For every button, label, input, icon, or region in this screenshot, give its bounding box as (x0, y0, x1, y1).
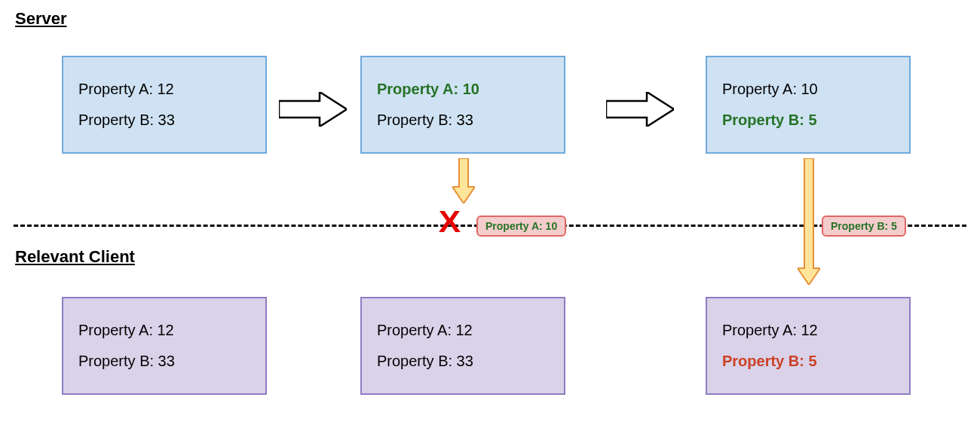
svg-marker-2 (452, 158, 475, 203)
client-2-prop-a: Property A: 12 (377, 322, 549, 339)
arrow-down-blocked (452, 158, 475, 203)
server-state-2: Property A: 10 Property B: 33 (360, 56, 565, 154)
server-state-3: Property A: 10 Property B: 5 (706, 56, 911, 154)
server-1-prop-b: Property B: 33 (78, 112, 250, 129)
message-blocked-badge: Property A: 10 (476, 215, 566, 237)
svg-marker-0 (279, 92, 347, 127)
client-1-prop-b: Property B: 33 (78, 353, 250, 370)
server-1-prop-a: Property A: 12 (78, 81, 250, 98)
server-state-1: Property A: 12 Property B: 33 (62, 56, 267, 154)
message-delivered-badge: Property B: 5 (822, 215, 906, 237)
client-2-prop-b: Property B: 33 (377, 353, 549, 370)
server-section-title: Server (15, 9, 67, 29)
client-state-1: Property A: 12 Property B: 33 (62, 297, 267, 395)
server-3-prop-a: Property A: 10 (722, 81, 894, 98)
arrow-server-2-to-3 (606, 92, 674, 127)
server-2-prop-a: Property A: 10 (377, 81, 549, 98)
client-section-title: Relevant Client (15, 247, 135, 267)
svg-marker-1 (606, 92, 674, 127)
client-3-prop-b: Property B: 5 (722, 353, 894, 370)
client-state-3: Property A: 12 Property B: 5 (706, 297, 911, 395)
client-state-2: Property A: 12 Property B: 33 (360, 297, 565, 395)
server-3-prop-b: Property B: 5 (722, 112, 894, 129)
blocked-x-icon: X (439, 205, 461, 239)
diagram-stage: Server Relevant Client Property A: 12 Pr… (0, 0, 980, 434)
svg-marker-3 (798, 158, 820, 285)
arrow-server-1-to-2 (279, 92, 347, 127)
arrow-down-delivered (798, 158, 820, 285)
client-3-prop-a: Property A: 12 (722, 322, 894, 339)
client-1-prop-a: Property A: 12 (78, 322, 250, 339)
server-2-prop-b: Property B: 33 (377, 112, 549, 129)
